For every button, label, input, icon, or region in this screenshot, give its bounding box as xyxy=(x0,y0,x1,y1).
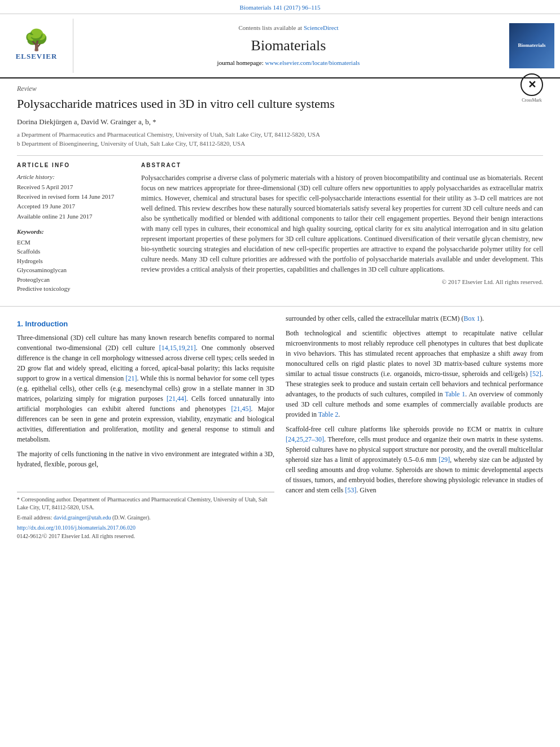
journal-header: 🌳 ELSEVIER Contents lists available at S… xyxy=(0,14,560,78)
authors: Dorina Diekjürgen a, David W. Grainger a… xyxy=(17,117,520,128)
intro-paragraph1: Three-dimensional (3D) cell culture has … xyxy=(17,333,274,444)
intro-paragraph5: Scaffold-free cell culture platforms lik… xyxy=(286,424,543,495)
crossmark-text: CrossMark xyxy=(520,97,543,104)
elsevier-logo-area: 🌳 ELSEVIER xyxy=(0,19,73,73)
homepage-label: journal homepage: xyxy=(217,59,264,66)
received-revised: Received in revised form 14 June 2017 xyxy=(17,193,130,201)
crossmark-badge: ✕ xyxy=(520,73,543,96)
journal-title: Biomaterials xyxy=(251,35,326,56)
history-label-text: Article history: xyxy=(17,173,55,180)
abstract-col: Abstract Polysaccharides comprise a dive… xyxy=(141,161,543,294)
intro-paragraph3: surrounded by other cells, called the ex… xyxy=(286,313,543,324)
keyword-scaffolds: Scaffolds xyxy=(17,247,130,256)
ref-14-15-19-21[interactable]: [14,15,19,21] xyxy=(159,344,196,352)
issn-text: 0142-9612/© 2017 Elsevier Ltd. All right… xyxy=(17,532,274,541)
abstract-section: Abstract Polysaccharides comprise a dive… xyxy=(141,161,543,287)
elsevier-tree-icon: 🌳 xyxy=(24,30,49,50)
body-left-col: 1. Introduction Three-dimensional (3D) c… xyxy=(17,313,274,541)
article-title: Polysaccharide matrices used in 3D in vi… xyxy=(17,96,520,112)
intro-paragraph2: The majority of cells functioning in the… xyxy=(17,449,274,469)
keyword-glycosaminoglycan: Glycosaminoglycan xyxy=(17,265,130,275)
info-abstract-columns: Article Info Article history: Received 5… xyxy=(17,155,543,294)
doi-anchor[interactable]: http://dx.doi.org/10.1016/j.biomaterials… xyxy=(17,525,135,531)
doi-link[interactable]: http://dx.doi.org/10.1016/j.biomaterials… xyxy=(17,524,274,532)
accepted-date: Accepted 19 June 2017 xyxy=(17,202,130,211)
contents-text: Contents lists available at xyxy=(238,24,302,31)
badge-text: Biomaterials xyxy=(518,42,546,49)
ref-29[interactable]: [29] xyxy=(439,456,450,464)
keywords-section: Keywords: ECM Scaffolds Hydrogels Glycos… xyxy=(17,228,130,293)
email-person: (D.W. Grainger). xyxy=(112,514,151,521)
ref-21-44[interactable]: [21,44] xyxy=(167,395,186,403)
sciencedirect-link[interactable]: ScienceDirect xyxy=(304,24,339,31)
email-label: E-mail address: xyxy=(17,514,52,521)
biomaterials-badge: Biomaterials xyxy=(509,23,554,68)
content-divider xyxy=(0,306,560,307)
footnote-area: * Corresponding author. Department of Ph… xyxy=(17,492,274,540)
intro-title: Introduction xyxy=(25,320,68,328)
keywords-label: Keywords: xyxy=(17,228,130,236)
available-online: Available online 21 June 2017 xyxy=(17,212,130,221)
email-link[interactable]: david.grainger@utah.edu xyxy=(54,514,111,521)
affiliation-b: b Department of Bioengineering, Universi… xyxy=(17,139,520,148)
article-type: Review xyxy=(17,84,543,94)
copyright-text: © 2017 Elsevier Ltd. All rights reserved… xyxy=(141,278,543,287)
crossmark-area: ✕ CrossMark xyxy=(520,73,543,104)
box1-link[interactable]: Box 1 xyxy=(463,314,480,322)
ref-21[interactable]: [21] xyxy=(126,374,137,382)
ref-53[interactable]: [53] xyxy=(345,486,356,494)
keyword-hydrogels: Hydrogels xyxy=(17,256,130,266)
biomaterials-badge-area: Biomaterials xyxy=(504,19,560,73)
article-info-heading: Article Info xyxy=(17,161,130,170)
table2-link[interactable]: Table 2 xyxy=(318,410,338,418)
intro-number: 1. xyxy=(17,320,23,328)
sciencedirect-line: Contents lists available at ScienceDirec… xyxy=(238,24,338,33)
keyword-predictive-toxicology: Predictive toxicology xyxy=(17,284,130,294)
keyword-ecm: ECM xyxy=(17,238,130,247)
authors-text: Dorina Diekjürgen a, David W. Grainger a… xyxy=(17,117,156,126)
corresponding-author-note: * Corresponding author. Department of Ph… xyxy=(17,496,274,512)
affiliations: a Department of Pharmaceutics and Pharma… xyxy=(17,130,520,148)
journal-homepage: journal homepage: www.elsevier.com/locat… xyxy=(217,59,360,68)
article-info-col: Article Info Article history: Received 5… xyxy=(17,161,130,294)
ref-24-30[interactable]: [24,25,27–30] xyxy=(286,435,324,443)
elsevier-label: ELSEVIER xyxy=(16,51,58,62)
article-info-section: Article Info Article history: Received 5… xyxy=(17,161,130,221)
body-content: 1. Introduction Three-dimensional (3D) c… xyxy=(0,313,560,541)
homepage-link[interactable]: www.elsevier.com/locate/biomaterials xyxy=(265,59,360,66)
body-right-col: surrounded by other cells, called the ex… xyxy=(286,313,543,541)
keyword-proteoglycan: Proteoglycan xyxy=(17,275,130,285)
citation-bar: Biomaterials 141 (2017) 96–115 xyxy=(0,0,560,14)
article-metadata: Review Polysaccharide matrices used in 3… xyxy=(0,78,560,299)
received-date: Received 5 April 2017 xyxy=(17,183,130,191)
table1-link[interactable]: Table 1 xyxy=(445,390,465,398)
citation-text: Biomaterials 141 (2017) 96–115 xyxy=(240,4,321,11)
abstract-heading: Abstract xyxy=(141,161,543,170)
email-line: E-mail address: david.grainger@utah.edu … xyxy=(17,514,274,522)
intro-paragraph4: Both technological and scientific object… xyxy=(286,328,543,420)
page: Biomaterials 141 (2017) 96–115 🌳 ELSEVIE… xyxy=(0,0,560,747)
intro-section-title: 1. Introduction xyxy=(17,319,274,330)
abstract-text: Polysaccharides comprise a diverse class… xyxy=(141,173,543,274)
ref-52[interactable]: [52] xyxy=(530,370,541,378)
affiliation-a: a Department of Pharmaceutics and Pharma… xyxy=(17,130,520,139)
journal-center: Contents lists available at ScienceDirec… xyxy=(73,19,504,73)
ref-21-45[interactable]: [21,45] xyxy=(231,405,251,413)
history-label: Article history: xyxy=(17,173,130,181)
